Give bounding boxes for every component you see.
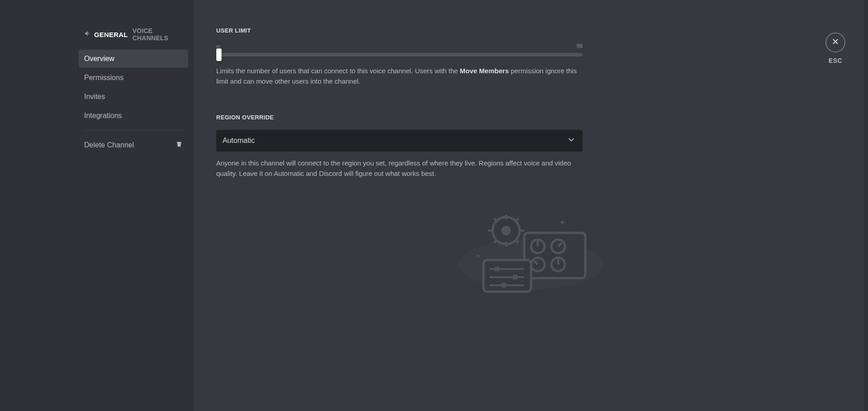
sidebar-item-label: Permissions bbox=[84, 74, 123, 82]
settings-main: USER LIMIT ∞ 99 Limits the number of use… bbox=[194, 0, 868, 411]
svg-rect-16 bbox=[513, 275, 517, 279]
slider-thumb[interactable] bbox=[216, 48, 222, 61]
region-override-label: REGION OVERRIDE bbox=[216, 114, 845, 121]
sidebar-item-delete-channel[interactable]: Delete Channel bbox=[79, 136, 188, 154]
sidebar-separator bbox=[84, 130, 183, 131]
slider-track[interactable] bbox=[216, 53, 583, 57]
close-label: ESC bbox=[829, 57, 842, 64]
close-icon bbox=[831, 38, 840, 47]
settings-sidebar: GENERAL VOICE CHANNELS Overview Permissi… bbox=[0, 0, 194, 411]
sidebar-item-label: Overview bbox=[84, 55, 114, 63]
region-override-dropdown[interactable]: Automatic bbox=[216, 130, 583, 151]
svg-rect-18 bbox=[502, 283, 506, 288]
svg-point-2 bbox=[503, 227, 510, 234]
sidebar-item-permissions[interactable]: Permissions bbox=[79, 69, 188, 87]
sidebar-item-invites[interactable]: Invites bbox=[79, 88, 188, 106]
channel-name: GENERAL bbox=[94, 31, 128, 38]
slider-max-label: 99 bbox=[577, 43, 583, 49]
svg-rect-14 bbox=[495, 267, 499, 271]
help-text-pre: Limits the number of users that can conn… bbox=[216, 67, 460, 75]
close-container: ESC bbox=[825, 33, 845, 64]
close-button[interactable] bbox=[825, 33, 845, 52]
region-override-help: Anyone in this channel will connect to t… bbox=[216, 158, 583, 179]
dropdown-selected: Automatic bbox=[223, 137, 255, 145]
sidebar-item-overview[interactable]: Overview bbox=[79, 50, 188, 68]
user-limit-help: Limits the number of users that can conn… bbox=[216, 66, 583, 87]
channel-subtitle: VOICE CHANNELS bbox=[133, 27, 188, 42]
settings-illustration bbox=[454, 210, 608, 301]
sidebar-item-label: Delete Channel bbox=[84, 141, 134, 149]
trash-icon bbox=[175, 141, 183, 150]
help-text-strong: Move Members bbox=[460, 67, 509, 75]
slider-labels: ∞ 99 bbox=[216, 43, 583, 49]
scrollbar[interactable] bbox=[864, 0, 868, 411]
svg-rect-12 bbox=[484, 260, 531, 292]
chevron-down-icon bbox=[566, 135, 576, 146]
sidebar-item-integrations[interactable]: Integrations bbox=[79, 107, 188, 125]
user-limit-slider[interactable]: ∞ 99 bbox=[216, 43, 583, 57]
sidebar-item-label: Invites bbox=[84, 93, 105, 101]
speaker-icon bbox=[84, 30, 91, 39]
user-limit-label: USER LIMIT bbox=[216, 27, 845, 34]
sidebar-header: GENERAL VOICE CHANNELS bbox=[79, 27, 188, 42]
sidebar-item-label: Integrations bbox=[84, 112, 122, 120]
